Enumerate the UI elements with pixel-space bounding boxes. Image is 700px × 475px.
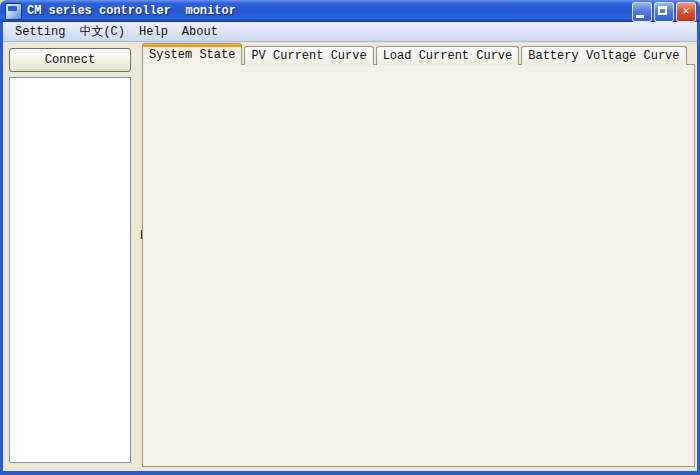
app-window: CM series controller monitor ✕ Setting 中… <box>0 0 700 475</box>
close-button[interactable]: ✕ <box>676 2 696 22</box>
system-state-panel <box>142 64 695 467</box>
menu-help[interactable]: Help <box>139 25 168 39</box>
menu-about[interactable]: About <box>182 25 218 39</box>
device-listbox[interactable] <box>9 77 131 463</box>
tab-battery-voltage-curve[interactable]: Battery Voltage Curve <box>521 46 686 65</box>
window-frame-bottom <box>0 471 700 475</box>
title-bar: CM series controller monitor ✕ <box>0 0 700 22</box>
tab-load-current-curve[interactable]: Load Current Curve <box>376 46 520 65</box>
maximize-button[interactable] <box>654 2 674 22</box>
window-frame-left <box>0 22 3 475</box>
tab-system-state[interactable]: System State <box>142 43 242 65</box>
menu-language[interactable]: 中文(C) <box>79 23 125 40</box>
tab-pv-current-curve[interactable]: PV Current Curve <box>244 46 373 65</box>
window-title: CM series controller monitor <box>27 4 236 18</box>
menu-bar: Setting 中文(C) Help About <box>3 22 697 42</box>
app-icon <box>5 3 22 20</box>
menu-setting[interactable]: Setting <box>15 25 65 39</box>
tab-strip: System State PV Current Curve Load Curre… <box>142 45 687 65</box>
connect-button[interactable]: Connect <box>9 48 131 72</box>
minimize-button[interactable] <box>632 2 652 22</box>
